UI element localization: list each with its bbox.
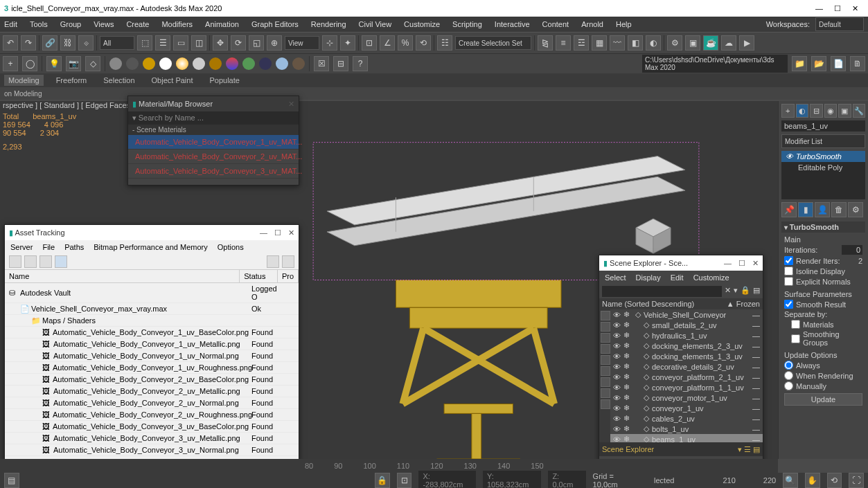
rollout-header[interactable]: ▾ TurboSmooth — [781, 222, 865, 233]
nav-max-icon[interactable]: ⛶ — [849, 473, 864, 488]
show-end-icon[interactable]: ▮ — [798, 202, 813, 217]
matball-8-icon[interactable] — [242, 57, 255, 70]
menu-content[interactable]: Content — [542, 20, 569, 28]
table-row[interactable]: 📁Maps / Shaders — [5, 315, 299, 327]
table-row[interactable]: 🖼Automatic_Vehicle_Body_Conveyor_3_uv_Ba… — [5, 421, 299, 433]
search-arrow-icon[interactable]: ▾ — [132, 114, 136, 122]
menu-group[interactable]: Group — [60, 20, 82, 28]
matball-11-icon[interactable] — [292, 57, 305, 70]
scene-side-1-icon[interactable] — [601, 311, 610, 320]
layers-icon[interactable]: ☲ — [574, 35, 589, 51]
curve-editor-icon[interactable]: 〰 — [610, 35, 625, 51]
tree-node[interactable]: 👁❄◇hydraulics_1_uv— — [610, 330, 763, 341]
menu-interactive[interactable]: Interactive — [495, 20, 530, 28]
scene-search-input[interactable] — [602, 286, 722, 297]
freeze-icon[interactable]: ❄ — [623, 424, 630, 433]
select-region-icon[interactable]: ▭ — [173, 35, 188, 51]
rotate-icon[interactable]: ⟳ — [231, 35, 246, 51]
maximize-icon[interactable]: ☐ — [274, 228, 281, 237]
ribbon-objectpaint[interactable]: Object Paint — [148, 75, 197, 86]
scene-view-icon[interactable]: ▤ — [753, 286, 760, 297]
scene-footer-label[interactable]: Scene Explorer — [602, 445, 654, 453]
menu-edit[interactable]: Edit — [4, 20, 17, 28]
ribbon-populate[interactable]: Populate — [205, 75, 243, 86]
asset-menu-file[interactable]: File — [42, 243, 55, 251]
matball-10-icon[interactable] — [276, 57, 288, 70]
table-row[interactable]: ⛁Autodesk VaultLogged O — [5, 283, 299, 303]
object-name-field[interactable]: beams_1_uv — [781, 120, 865, 132]
cmd-hierarchy-icon[interactable]: ⊟ — [810, 104, 823, 118]
tree-node[interactable]: 👁❄◇beams_1_uv— — [610, 434, 763, 442]
render-frame-icon[interactable]: ▣ — [685, 35, 700, 51]
coord-z[interactable]: Z: 0,0cm — [548, 471, 585, 488]
upd-render-radio[interactable]: When Rendering — [784, 371, 862, 380]
lights-icon[interactable]: 💡 — [46, 56, 62, 71]
asset-tb-3-icon[interactable] — [39, 255, 52, 268]
mirror-icon[interactable]: ⧎ — [538, 35, 553, 51]
asset-tb-5-icon[interactable] — [267, 255, 279, 268]
eye-icon[interactable]: 👁 — [786, 152, 793, 161]
menu-views[interactable]: Views — [94, 20, 114, 28]
help-icon[interactable]: ? — [353, 56, 368, 71]
cmd-utilities-icon[interactable]: 🔧 — [853, 104, 866, 118]
link-icon[interactable]: 🔗 — [42, 35, 57, 51]
smooth-result-check[interactable]: Smooth Result — [784, 300, 862, 309]
asset-tb-6-icon[interactable] — [282, 255, 294, 268]
iterations-spinner[interactable]: 0 — [842, 245, 862, 255]
proj-2-icon[interactable]: 📂 — [811, 56, 826, 71]
scale-icon[interactable]: ◱ — [249, 35, 264, 51]
menu-tools[interactable]: Tools — [30, 20, 48, 28]
freeze-icon[interactable]: ❄ — [623, 310, 630, 319]
scene-clear-icon[interactable]: ✕ — [725, 286, 731, 297]
matball-9-icon[interactable] — [259, 57, 272, 70]
nav-pan-icon[interactable]: ✋ — [805, 473, 820, 488]
proj-1-icon[interactable]: 📁 — [792, 56, 807, 71]
freeze-col-icon[interactable]: — — [752, 383, 760, 392]
table-row[interactable]: 🖼Automatic_Vehicle_Body_Conveyor_3_uv_No… — [5, 444, 299, 456]
workspaces-dropdown[interactable]: Default — [815, 17, 864, 31]
freeze-icon[interactable]: ❄ — [623, 414, 630, 423]
scene-menu-display[interactable]: Display — [636, 273, 661, 282]
freeze-col-icon[interactable]: — — [752, 435, 760, 443]
table-row[interactable]: 🖼Automatic_Vehicle_Body_Conveyor_1_uv_Ba… — [5, 327, 299, 338]
freeze-col-icon[interactable]: — — [752, 404, 760, 413]
menu-civilview[interactable]: Civil View — [359, 20, 391, 28]
freeze-icon[interactable]: ❄ — [623, 383, 630, 392]
visibility-icon[interactable]: 👁 — [613, 342, 620, 350]
menu-modifiers[interactable]: Modifiers — [161, 20, 193, 28]
freeze-col-icon[interactable]: — — [752, 373, 760, 381]
asset-col-pro[interactable]: Pro — [278, 270, 299, 282]
modifier-stack[interactable]: 👁TurboSmooth Editable Poly — [781, 151, 865, 199]
proj-3-icon[interactable]: 📄 — [831, 56, 846, 71]
render-icon[interactable]: ☕ — [703, 35, 718, 51]
menu-grapheditors[interactable]: Graph Editors — [251, 20, 299, 28]
freeze-icon[interactable]: ❄ — [623, 320, 630, 329]
freeze-icon[interactable]: ❄ — [623, 372, 630, 381]
tree-node[interactable]: 👁❄◇bolts_1_uv— — [610, 424, 763, 434]
isolate-icon[interactable]: ⊡ — [397, 473, 412, 488]
render-setup-icon[interactable]: ⚙ — [667, 35, 682, 51]
maximize-icon[interactable]: ☐ — [834, 4, 841, 13]
menu-create[interactable]: Create — [126, 20, 149, 28]
selset-dropdown[interactable]: Create Selection Set — [455, 36, 531, 50]
freeze-icon[interactable]: ❄ — [623, 331, 630, 340]
shapes-icon[interactable]: ◯ — [22, 56, 37, 71]
visibility-icon[interactable]: 👁 — [613, 435, 620, 443]
render-online-icon[interactable]: ☁ — [721, 35, 736, 51]
minimize-icon[interactable]: — — [815, 4, 823, 13]
pivot-icon[interactable]: ⊹ — [322, 35, 337, 51]
refcoord-dropdown[interactable]: View — [285, 36, 319, 50]
matball-7-icon[interactable] — [226, 57, 238, 70]
tree-node[interactable]: 👁❄◇Vehicle_Shell_Conveyor— — [610, 309, 763, 320]
scene-side-9-icon[interactable] — [601, 399, 610, 409]
freeze-col-icon[interactable]: — — [752, 321, 760, 329]
angle-snap-icon[interactable]: ∠ — [380, 35, 395, 51]
visibility-icon[interactable]: 👁 — [613, 415, 620, 423]
menu-arnold[interactable]: Arnold — [581, 20, 603, 28]
matball-6-icon[interactable] — [209, 57, 222, 70]
close-icon[interactable]: ✕ — [288, 228, 294, 237]
asset-menu-bitmap[interactable]: Bitmap Performance and Memory — [94, 243, 207, 251]
schematic-icon[interactable]: ◧ — [628, 35, 643, 51]
visibility-icon[interactable]: 👁 — [613, 373, 620, 381]
tree-node[interactable]: 👁❄◇conveyor_platform_2_1_uv— — [610, 372, 763, 382]
